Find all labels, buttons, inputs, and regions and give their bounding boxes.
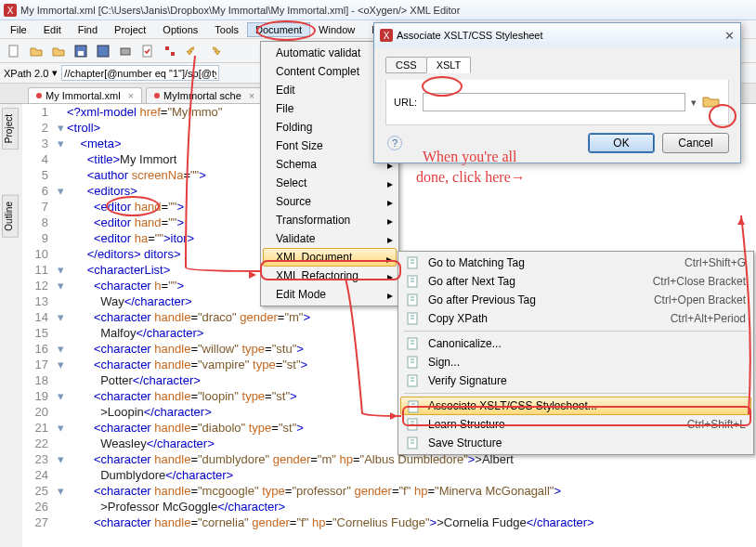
submenu-item[interactable]: Copy XPathCtrl+Alt+Period bbox=[400, 309, 751, 328]
svg-rect-2 bbox=[9, 46, 18, 57]
submenu-item[interactable]: Save Structure bbox=[400, 434, 751, 452]
submenu-item[interactable]: Associate XSLT/CSS Stylesheet... bbox=[400, 397, 751, 415]
url-label: URL: bbox=[394, 97, 417, 108]
svg-rect-7 bbox=[143, 46, 151, 57]
ok-button[interactable]: OK bbox=[588, 133, 655, 153]
save-all-button[interactable] bbox=[93, 41, 113, 61]
close-icon[interactable]: ✕ bbox=[724, 29, 735, 43]
menu-item[interactable]: Source▸ bbox=[263, 192, 397, 211]
submenu-item[interactable]: Go after Previous TagCtrl+Open Bracket bbox=[400, 291, 751, 309]
redo-button[interactable] bbox=[204, 41, 225, 61]
svg-rect-6 bbox=[121, 48, 130, 55]
menu-find[interactable]: Find bbox=[70, 22, 106, 37]
cancel-button[interactable]: Cancel bbox=[662, 133, 729, 153]
window-title: My Immortal.xml [C:\Users\Janis\Dropbox\… bbox=[20, 5, 460, 16]
menu-project[interactable]: Project bbox=[106, 22, 154, 37]
dialog-title: Associate XSLT/CSS Stylesheet bbox=[397, 30, 543, 41]
menu-options[interactable]: Options bbox=[154, 22, 206, 37]
svg-rect-9 bbox=[171, 52, 175, 56]
tab-xslt[interactable]: XSLT bbox=[426, 57, 472, 73]
file-tab[interactable]: MyImmortal sche× bbox=[146, 87, 263, 103]
menu-window[interactable]: Window bbox=[310, 22, 363, 37]
menu-document[interactable]: Document bbox=[247, 22, 310, 37]
submenu-item[interactable]: Go to Matching TagCtrl+Shift+G bbox=[400, 254, 751, 272]
code-line[interactable]: 26 >Professor McGoggle</character> bbox=[22, 499, 756, 514]
xpath-label: XPath 2.0 bbox=[4, 68, 48, 79]
menu-item[interactable]: Transformation▸ bbox=[263, 211, 397, 229]
window-titlebar: X My Immortal.xml [C:\Users\Janis\Dropbo… bbox=[0, 0, 756, 20]
svg-rect-8 bbox=[165, 46, 169, 50]
svg-rect-4 bbox=[78, 51, 84, 56]
svg-text:X: X bbox=[384, 31, 390, 41]
browse-button[interactable] bbox=[702, 93, 721, 111]
url-dropdown-icon[interactable]: ▾ bbox=[691, 97, 697, 109]
validate-button[interactable] bbox=[137, 41, 158, 61]
menu-item[interactable]: XML Refactoring▸ bbox=[263, 267, 397, 285]
code-line[interactable]: 25▾ <character handle="mcgoogle" type="p… bbox=[22, 483, 756, 499]
code-line[interactable]: 24 Dumblydore</character> bbox=[22, 467, 756, 483]
tab-css[interactable]: CSS bbox=[385, 57, 427, 73]
code-line[interactable]: 27 <character handle="cornelia" gender="… bbox=[22, 514, 756, 530]
chevron-down-icon[interactable]: ▾ bbox=[52, 67, 58, 79]
side-panel-project[interactable]: Project bbox=[2, 108, 19, 150]
dialog-titlebar: X Associate XSLT/CSS Stylesheet ✕ bbox=[374, 23, 740, 47]
xpath-input[interactable] bbox=[61, 65, 219, 81]
url-input[interactable] bbox=[423, 93, 685, 111]
app-icon: X bbox=[4, 4, 17, 17]
svg-rect-5 bbox=[98, 46, 109, 57]
menu-item[interactable]: Select▸ bbox=[263, 174, 397, 192]
svg-text:X: X bbox=[7, 6, 14, 16]
submenu-item[interactable]: Canonicalize... bbox=[400, 334, 751, 353]
menu-tools[interactable]: Tools bbox=[206, 22, 247, 37]
submenu-item[interactable]: Go after Next TagCtrl+Close Bracket bbox=[400, 272, 751, 291]
menu-item[interactable]: Edit Mode▸ bbox=[263, 285, 397, 304]
xml-document-submenu: Go to Matching TagCtrl+Shift+GGo after N… bbox=[398, 251, 754, 455]
new-file-button[interactable] bbox=[4, 41, 24, 61]
associate-stylesheet-dialog: X Associate XSLT/CSS Stylesheet ✕ CSS XS… bbox=[373, 22, 741, 163]
file-tab[interactable]: My Immortal.xml× bbox=[28, 87, 142, 103]
open-url-button[interactable] bbox=[48, 41, 69, 61]
submenu-item[interactable]: Learn StructureCtrl+Shift+L bbox=[400, 415, 751, 434]
submenu-item[interactable]: Sign... bbox=[400, 353, 751, 371]
menu-file[interactable]: File bbox=[2, 22, 35, 37]
app-icon: X bbox=[380, 29, 393, 42]
submenu-item[interactable]: Verify Signature bbox=[400, 371, 751, 390]
menu-item[interactable]: Validate▸ bbox=[263, 229, 397, 248]
side-panel-outline[interactable]: Outline bbox=[2, 195, 19, 238]
undo-button[interactable] bbox=[182, 41, 202, 61]
menu-item[interactable]: XML Document▸ bbox=[263, 248, 397, 267]
open-button[interactable] bbox=[26, 41, 46, 61]
save-button[interactable] bbox=[71, 41, 91, 61]
menu-edit[interactable]: Edit bbox=[35, 22, 70, 37]
dialog-tabs: CSS XSLT bbox=[385, 57, 729, 73]
schema-button[interactable] bbox=[160, 41, 180, 61]
help-icon[interactable]: ? bbox=[387, 136, 402, 150]
print-button[interactable] bbox=[115, 41, 136, 61]
